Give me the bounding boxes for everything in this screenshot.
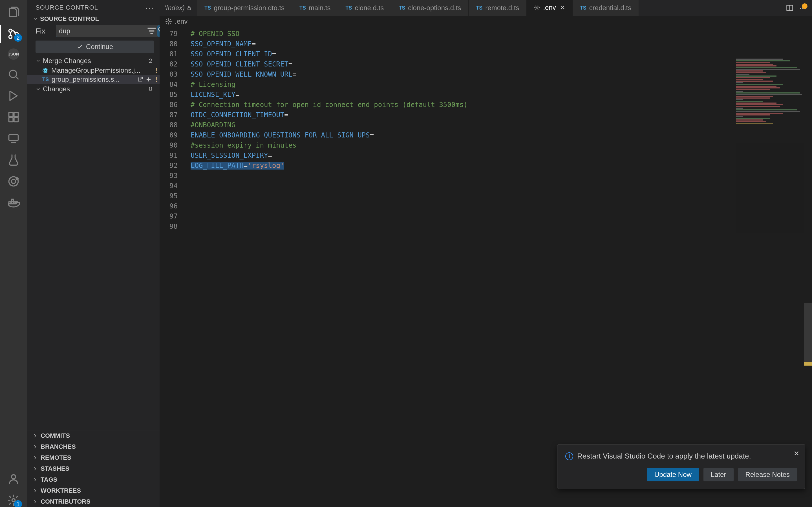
sidebar-more-icon[interactable]: ··· [145,3,154,12]
extensions-icon[interactable] [7,110,20,124]
ts-file-icon: TS [345,5,352,11]
gitlens-icon[interactable] [7,175,20,188]
sidebar: SOURCE CONTROL ··· SOURCE CONTROL Fix [27,0,160,507]
find-input[interactable] [56,27,146,35]
section-tags[interactable]: TAGS [27,474,160,485]
changes-label: Changes [43,85,70,93]
split-editor-icon[interactable] [786,4,794,12]
editor[interactable]: 7980818283848586878889909192939495969798… [160,27,812,507]
section-label: REMOTES [41,454,71,461]
ts-file-icon: TS [580,5,587,11]
scrollbar-marker [804,362,812,365]
json-icon[interactable]: JSON [8,48,19,60]
svg-rect-7 [14,118,18,122]
scm-badge: 2 [14,34,22,42]
section-label: WORKTREES [41,487,81,494]
ts-file-icon: TS [399,5,405,11]
tab-label: main.ts [309,4,331,12]
section-stashes[interactable]: STASHES [27,463,160,474]
window-minimize-dot[interactable] [802,3,808,9]
continue-label: Continue [86,43,113,51]
commit-message-input[interactable]: Fix [36,27,53,36]
section-label: COMMITS [41,432,70,439]
update-now-button[interactable]: Update Now [647,468,699,482]
explorer-icon[interactable] [7,6,20,19]
tab-label: clone.d.ts [355,4,384,12]
code-area[interactable]: # OPENID SSOSSO_OPENID_NAME=SSO_OPENID_C… [185,27,812,507]
tab--env[interactable]: .env✕ [527,0,572,16]
changes-count: 0 [149,86,154,93]
find-filter-icon[interactable] [146,25,157,37]
source-control-icon[interactable]: 2 [7,27,20,41]
react-file-icon [42,67,49,73]
svg-point-24 [537,7,538,8]
settings-badge: 1 [14,500,22,507]
tab-main-ts[interactable]: TSmain.ts [292,0,338,16]
docker-icon[interactable] [7,196,20,210]
settings-gear-icon[interactable]: 1 [7,494,20,507]
section-remotes[interactable]: REMOTES [27,452,160,463]
file-name: ManageGroupPermissions.j... [51,66,140,74]
run-debug-icon[interactable] [7,89,20,103]
toast-close-icon[interactable]: ✕ [794,450,799,457]
file-status-badge: ! [154,75,158,83]
accounts-icon[interactable] [7,472,20,486]
main-area: 'Index) TSgroup-permission.dto.tsTSmain.… [160,0,812,507]
section-branches[interactable]: BRANCHES [27,441,160,452]
tab-clone-d-ts[interactable]: TSclone.d.ts [338,0,391,16]
remote-explorer-icon[interactable] [7,132,20,145]
update-toast: ✕ i Restart Visual Studio Code to apply … [557,444,805,489]
section-label: CONTRIBUTORS [41,498,91,505]
merge-file-item[interactable]: ManageGroupPermissions.j...! [27,66,160,75]
continue-button[interactable]: Continue [36,41,154,53]
svg-point-9 [11,179,16,184]
tab-clone-options-d-ts[interactable]: TSclone-options.d.ts [391,0,469,16]
tab-credential-d-ts[interactable]: TScredential.d.ts [573,0,639,16]
tab-label: .env [543,4,556,11]
lock-icon [186,5,192,11]
breadcrumb-file: .env [175,17,188,25]
tab-group-label: 'Index) [160,0,197,16]
release-notes-button[interactable]: Release Notes [738,468,797,482]
minimap[interactable] [736,58,804,233]
section-contributors[interactable]: CONTRIBUTORS [27,496,160,507]
ts-file-icon: TS [42,76,49,82]
svg-rect-4 [9,113,13,117]
section-worktrees[interactable]: WORKTREES [27,485,160,496]
svg-point-26 [168,20,169,22]
section-commits[interactable]: COMMITS [27,430,160,441]
scm-section-header[interactable]: SOURCE CONTROL [27,14,160,24]
svg-rect-8 [9,134,18,140]
svg-rect-5 [14,113,18,117]
open-file-icon[interactable] [137,76,143,82]
svg-rect-12 [9,202,11,204]
merge-changes-label: Merge Changes [43,57,91,65]
breadcrumb[interactable]: .env [160,16,812,27]
sidebar-title: SOURCE CONTROL [36,4,98,11]
ts-file-icon: TS [476,5,483,11]
tab-close-icon[interactable]: ✕ [560,4,565,11]
tab-label: remote.d.ts [485,4,519,12]
search-icon[interactable] [7,68,20,81]
changes-header[interactable]: Changes 0 [27,84,160,94]
stage-icon[interactable] [146,76,152,82]
tab-group-permission-dto-ts[interactable]: TSgroup-permission.dto.ts [197,0,292,16]
svg-point-17 [12,499,15,502]
tab-remote-d-ts[interactable]: TSremote.d.ts [469,0,527,16]
commit-prefix-text: Fix [36,27,45,36]
gear-icon [165,18,172,25]
later-button[interactable]: Later [703,468,733,482]
merge-file-item[interactable]: TSgroup_permissions.s...! [27,75,160,84]
svg-rect-23 [188,8,191,10]
section-label: TAGS [41,476,57,483]
tab-bar: 'Index) TSgroup-permission.dto.tsTSmain.… [160,0,812,16]
svg-point-19 [45,70,46,71]
merge-changes-header[interactable]: Merge Changes 2 [27,56,160,66]
file-name: group_permissions.s... [52,75,119,83]
tab-label: clone-options.d.ts [408,4,461,12]
file-status-badge: ! [154,66,158,74]
gear-icon [534,4,540,11]
scrollbar-thumb[interactable] [804,303,812,365]
testing-icon[interactable] [7,153,20,167]
scm-section-title: SOURCE CONTROL [40,15,99,22]
